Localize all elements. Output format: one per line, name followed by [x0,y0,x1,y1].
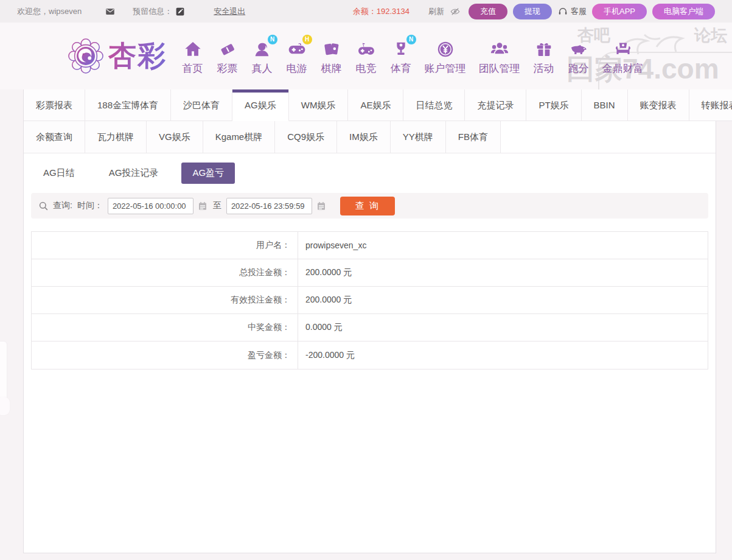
tab-item[interactable]: BBIN [582,89,628,121]
report-row-label: 中奖金额： [32,314,298,341]
tab-item[interactable]: 沙巴体育 [171,89,232,121]
search-bar: 查询: 时间： 至 查 询 [31,193,708,219]
content-panel: 彩票报表188金宝博体育沙巴体育AG娱乐WM娱乐AE娱乐日结总览充提记录PT娱乐… [23,89,716,553]
nav-item-label: 首页 [183,61,203,75]
logo-flower-icon [68,38,103,74]
withdraw-button[interactable]: 提现 [513,4,552,19]
nav-item-live-dealer[interactable]: N真人 [245,37,279,75]
left-edge-tab[interactable] [0,397,10,415]
tab-item[interactable]: 账变报表 [628,89,689,121]
report-row-value: 0.0000 元 [298,314,343,341]
live-dealer-icon: N [251,37,273,59]
left-edge-widget[interactable] [0,341,7,401]
tab-row-2: 余额查询瓦力棋牌VG娱乐Kgame棋牌CQ9娱乐IM娱乐YY棋牌FB体育 [24,121,716,153]
end-time-input[interactable] [226,198,312,214]
nav-item-label: 电游 [287,61,307,75]
nav-item-egame-gamepad[interactable]: H电游 [279,37,314,75]
balance-value: 192.3134 [377,7,410,16]
nav-item-label: 活动 [534,61,554,75]
nav-item-label: 账户管理 [425,61,466,75]
subtab-item[interactable]: AG盈亏 [181,163,235,184]
query-button[interactable]: 查 询 [340,197,395,215]
report-row: 用户名：prowipseven_xc [32,232,708,259]
main-nav: 首页彩票N真人H电游棋牌电竞N体育账户管理团队管理活动跑分金鼎财富 [175,37,650,75]
nav-item-paofen-rhino[interactable]: 跑分 [561,37,596,75]
tab-item[interactable]: 转账报表 [689,89,732,121]
nav-item-trophy[interactable]: N体育 [383,37,418,75]
report-row-label: 有效投注金额： [32,287,298,313]
pc-client-button[interactable]: 电脑客户端 [652,4,715,19]
report-tabs: 彩票报表188金宝博体育沙巴体育AG娱乐WM娱乐AE娱乐日结总览充提记录PT娱乐… [24,89,716,153]
nav-item-label: 团队管理 [479,61,520,75]
refresh-link[interactable]: 刷新 [428,6,444,17]
nav-item-label: 真人 [252,61,273,75]
edit-icon[interactable] [175,6,186,17]
egame-gamepad-icon: H [286,37,308,59]
sub-tabs: AG日结AG投注记录AG盈亏 [32,163,707,184]
badge-n-icon: N [406,35,416,44]
report-row-value: -200.0000 元 [298,341,355,369]
nav-item-cards[interactable]: 棋牌 [314,37,349,75]
nav-item-label: 彩票 [217,61,238,75]
home-icon [182,37,204,59]
eye-slash-icon[interactable] [450,6,461,17]
tab-item[interactable]: AG娱乐 [232,89,289,121]
tab-item[interactable]: Kgame棋牌 [203,121,276,153]
balance-text: 余额：192.3134 [353,6,410,17]
recharge-button[interactable]: 充值 [469,4,507,19]
badge-n-icon: N [268,35,277,44]
subtab-item[interactable]: AG日结 [32,163,86,184]
customer-service-label: 客服 [571,6,587,17]
nav-item-home[interactable]: 首页 [175,37,210,75]
report-row-label: 盈亏金额： [32,341,298,369]
envelope-icon[interactable] [105,6,116,17]
report-row-label: 用户名： [32,232,298,259]
tab-item[interactable]: CQ9娱乐 [275,121,337,153]
tab-item[interactable]: 彩票报表 [24,89,85,121]
report-row-value: prowipseven_xc [298,232,366,259]
nav-item-lottery-ticket[interactable]: 彩票 [210,37,245,75]
tab-row-1: 彩票报表188金宝博体育沙巴体育AG娱乐WM娱乐AE娱乐日结总览充提记录PT娱乐… [24,89,716,121]
search-icon [38,200,49,212]
report-row: 有效投注金额：200.0000 元 [32,287,708,314]
report-row-value: 200.0000 元 [298,287,352,313]
tab-item[interactable]: FB体育 [446,121,501,153]
tab-item[interactable]: YY棋牌 [391,121,446,153]
nav-item-team[interactable]: 团队管理 [472,37,526,75]
nav-item-wealth-throne[interactable]: 金鼎财富 [596,37,650,75]
tab-item[interactable]: 充提记录 [465,89,526,121]
mobile-app-button[interactable]: 手机APP [592,4,647,19]
nav-item-gift[interactable]: 活动 [526,37,561,75]
tab-item[interactable]: VG娱乐 [147,121,203,153]
tab-item[interactable]: WM娱乐 [289,89,349,121]
calendar-icon[interactable] [316,200,327,211]
top-bar: 欢迎您，wipseven 预留信息： 安全退出 余额：192.3134 刷新 充… [0,0,732,23]
nav-item-label: 电竞 [356,61,377,75]
tab-item[interactable]: 余额查询 [24,121,85,153]
report-row-value: 200.0000 元 [298,259,352,286]
subtab-item[interactable]: AG投注记录 [98,163,170,184]
nav-item-label: 棋牌 [321,61,342,75]
nav-item-esports-gamepad[interactable]: 电竞 [349,37,383,75]
report-row: 中奖金额：0.0000 元 [32,314,708,341]
customer-service-link[interactable]: 客服 [557,6,587,17]
team-icon [489,37,511,59]
tab-item[interactable]: PT娱乐 [526,89,581,121]
tab-item[interactable]: 188金宝博体育 [85,89,171,121]
calendar-icon[interactable] [197,200,208,211]
tab-item[interactable]: IM娱乐 [337,121,391,153]
tab-item[interactable]: AE娱乐 [348,89,403,121]
wealth-throne-icon [612,37,634,59]
logout-link[interactable]: 安全退出 [214,6,245,17]
start-time-input[interactable] [108,198,193,214]
site-logo[interactable]: 杏彩 [68,37,167,75]
nav-item-account-coin[interactable]: 账户管理 [418,37,472,75]
badge-h-icon: H [302,35,312,44]
gift-icon [533,37,555,59]
tab-item[interactable]: 日结总览 [403,89,465,121]
trophy-icon: N [390,37,412,59]
welcome-text: 欢迎您，wipseven [17,6,82,17]
account-coin-icon [434,37,456,59]
nav-item-label: 跑分 [568,61,589,75]
tab-item[interactable]: 瓦力棋牌 [85,121,147,153]
